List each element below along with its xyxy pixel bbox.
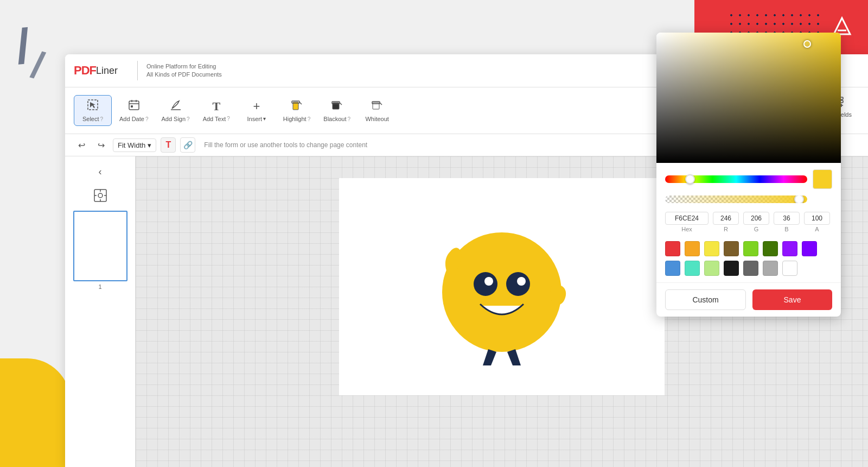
- page-thumbnail[interactable]: [73, 211, 127, 281]
- g-input[interactable]: [743, 212, 769, 225]
- page-settings-button[interactable]: [90, 185, 111, 206]
- hex-label: Hex: [681, 226, 692, 232]
- insert-tool-button[interactable]: + Insert ▾: [238, 96, 276, 125]
- svg-marker-3: [90, 102, 95, 108]
- undo-button[interactable]: ↩: [74, 137, 89, 153]
- svg-point-32: [484, 277, 493, 286]
- b-input[interactable]: [774, 212, 800, 225]
- svg-point-25: [98, 193, 103, 198]
- alpha-slider[interactable]: [665, 195, 807, 203]
- swatch-dark-green[interactable]: [763, 241, 778, 256]
- add-text-icon: T: [212, 99, 220, 113]
- hue-slider[interactable]: [665, 175, 807, 183]
- redo-button[interactable]: ↪: [93, 137, 108, 153]
- blackout-label: Blackout ?: [323, 116, 350, 122]
- add-sign-tool-button[interactable]: Add Sign ?: [156, 96, 195, 125]
- color-preview-swatch: [813, 169, 832, 189]
- color-sliders-row: [656, 163, 841, 195]
- color-gradient-area[interactable]: [656, 33, 841, 163]
- color-actions: Custom Save: [656, 282, 841, 317]
- color-swatches: [656, 239, 841, 282]
- gradient-picker-dot[interactable]: [803, 40, 811, 48]
- select-label: Select ?: [82, 116, 103, 122]
- add-text-label: Add Text ?: [203, 116, 230, 122]
- select-tool-button[interactable]: Select ?: [74, 95, 112, 126]
- alpha-spacer: [813, 195, 832, 203]
- svg-line-15: [340, 103, 342, 105]
- bg-scribble: /: [14, 21, 32, 71]
- svg-marker-0: [834, 18, 850, 34]
- r-input[interactable]: [713, 212, 739, 225]
- hex-input[interactable]: [665, 212, 709, 225]
- b-input-group: B: [774, 212, 800, 232]
- logo-divider: [137, 61, 138, 80]
- blackout-tool-button[interactable]: Blackout ?: [318, 96, 356, 125]
- a-input[interactable]: [804, 212, 830, 225]
- custom-button[interactable]: Custom: [665, 289, 746, 310]
- add-text-tool-button[interactable]: T Add Text ?: [197, 96, 235, 125]
- fit-width-chevron: ▾: [148, 141, 151, 149]
- add-date-label: Add Date ?: [119, 116, 148, 122]
- link-button[interactable]: 🔗: [180, 137, 195, 153]
- svg-line-18: [380, 103, 382, 105]
- g-input-group: G: [743, 212, 769, 232]
- logo-container: PDF Liner: [74, 64, 118, 78]
- a-label: A: [815, 226, 819, 232]
- swatch-purple[interactable]: [782, 241, 797, 256]
- canvas-page: [339, 178, 665, 395]
- logo-pdf: PDF: [74, 64, 96, 78]
- svg-line-12: [299, 102, 302, 104]
- alpha-slider-container: [665, 195, 807, 203]
- select-icon: [87, 99, 99, 113]
- hue-slider-container: [665, 175, 807, 183]
- r-input-group: R: [713, 212, 739, 232]
- a-input-group: A: [804, 212, 830, 232]
- swatch-violet[interactable]: [802, 241, 817, 256]
- add-date-tool-button[interactable]: Add Date ?: [114, 96, 154, 125]
- save-button[interactable]: Save: [752, 289, 832, 310]
- alpha-row: [656, 195, 841, 210]
- swatch-lime[interactable]: [743, 241, 758, 256]
- page-number: 1: [98, 283, 101, 290]
- fit-width-select[interactable]: Fit Width ▾: [113, 138, 156, 152]
- insert-label: Insert ▾: [247, 116, 266, 122]
- r-label: R: [724, 226, 728, 232]
- color-picker-popup: Hex R G B A: [656, 33, 841, 317]
- sidebar: ‹ 1: [65, 156, 136, 467]
- hue-thumb[interactable]: [685, 174, 695, 184]
- swatch-gray[interactable]: [763, 261, 778, 276]
- logo-liner: Liner: [96, 65, 118, 77]
- hex-input-group: Hex: [665, 212, 709, 232]
- svg-rect-4: [129, 101, 139, 110]
- whiteout-icon: [371, 99, 383, 113]
- b-label: B: [784, 226, 788, 232]
- text-format-button[interactable]: T: [161, 137, 176, 153]
- blackout-icon: [331, 99, 343, 113]
- swatch-blue[interactable]: [665, 261, 680, 276]
- highlight-tool-button[interactable]: Highlight ?: [278, 96, 316, 125]
- mascot-svg: [426, 205, 578, 368]
- swatch-teal[interactable]: [685, 261, 700, 276]
- svg-point-34: [517, 277, 526, 286]
- swatch-yellow[interactable]: [704, 241, 719, 256]
- swatch-orange[interactable]: [685, 241, 700, 256]
- highlight-label: Highlight ?: [283, 116, 310, 122]
- add-sign-icon: [170, 99, 182, 113]
- fit-width-label: Fit Width: [118, 141, 145, 149]
- toolbar-hint: Fill the form or use another tools to ch…: [204, 141, 367, 149]
- add-date-icon: [128, 99, 140, 113]
- highlight-icon: [291, 99, 303, 113]
- swatch-light-green[interactable]: [704, 261, 719, 276]
- whiteout-tool-button[interactable]: Whiteout: [358, 96, 396, 125]
- swatch-dark-gray[interactable]: [743, 261, 758, 276]
- swatch-red[interactable]: [665, 241, 680, 256]
- add-sign-label: Add Sign ?: [161, 116, 189, 122]
- swatch-black[interactable]: [724, 261, 739, 276]
- svg-rect-8: [131, 105, 133, 108]
- swatch-white[interactable]: [782, 261, 797, 276]
- logo-tagline: Online Platform for Editing All Kinds of…: [146, 62, 222, 79]
- swatch-brown[interactable]: [724, 241, 739, 256]
- insert-icon: +: [253, 99, 260, 113]
- alpha-thumb[interactable]: [794, 195, 804, 203]
- sidebar-prev-button[interactable]: ‹: [92, 163, 109, 180]
